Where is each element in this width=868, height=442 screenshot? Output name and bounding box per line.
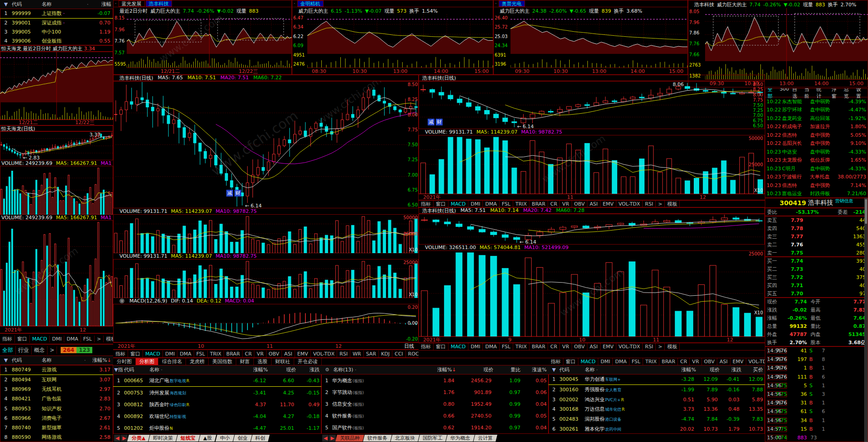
tab-languangfazhan[interactable]: 蓝光发展 [119, 0, 145, 7]
tick-row[interactable]: 14:56 7.76 31 B 1 [765, 399, 868, 407]
index-row[interactable]: 3 399005 中小100 1.19 [0, 28, 113, 37]
scroll-right-icon[interactable]: ▶ [121, 435, 127, 442]
indicator-button[interactable]: BRAR [529, 201, 548, 207]
footer-tab[interactable]: 创业 [233, 435, 252, 442]
alert-row[interactable]: 10:23 宁波银行 大单托盘 38.00/2773 [765, 173, 868, 182]
concept-row[interactable]: 3 信息安全(板指) 0.80 1952.49 0.99 0.04 [321, 398, 548, 410]
dot-icon[interactable]: · [495, 0, 497, 6]
indicator-button[interactable]: FSL [194, 351, 208, 357]
indicator-button[interactable]: DMA [613, 358, 630, 365]
indicator-button[interactable]: CR [243, 351, 254, 357]
footer-tab[interactable]: 即时决策 [149, 435, 178, 442]
stock-row[interactable]: 3 000812 陕西金叶绿色印刷R 4.37 11.70 0.49 [113, 399, 321, 410]
indicator-button[interactable]: > [95, 336, 104, 342]
indicator-button[interactable]: EMV [601, 343, 616, 350]
indicator-button[interactable]: ASI [587, 343, 601, 350]
indicator-button[interactable]: FSL [630, 358, 643, 365]
stock-name[interactable]: 浩丰科技 [808, 199, 833, 207]
tick-row[interactable]: 14:57 7.75 15 B 1 [765, 425, 868, 433]
sector-row[interactable]: 1 880749 云游戏 3.17 [0, 365, 113, 375]
minute-chart[interactable] [307, 14, 493, 67]
indicator-button[interactable]: FSL [500, 201, 513, 207]
indicator-button[interactable]: 窗口 [128, 350, 143, 358]
stock-row[interactable]: 2 000753 漳州发展海西规划 -3.41 4.25 -0.15 [113, 387, 321, 399]
indicator-button[interactable]: WR [350, 351, 364, 357]
indicator-button[interactable]: DMA [64, 336, 81, 342]
indicator-button[interactable]: VOL-TDX [311, 351, 338, 357]
sector-row[interactable]: 7 880740 新型烟草 2.61 [0, 423, 113, 432]
index-row[interactable]: 4 399006 创业板指 0.55 [0, 36, 113, 45]
sector-row[interactable]: 2 880494 互联网 3.07 [0, 375, 113, 384]
tick-row[interactable]: 14:56 7.75 36 S 3 [765, 390, 868, 399]
indicator-button[interactable]: DMI [468, 343, 483, 350]
footer-tab[interactable]: 软件服务 [363, 435, 392, 442]
index-row[interactable]: 2 399001 深证成指 · 0.70 [0, 19, 113, 28]
collapse-icon[interactable]: v [119, 298, 124, 303]
tick-row[interactable]: 14:56 7.76 1 B 1 [765, 364, 868, 372]
main-vol2-chart[interactable] [113, 259, 419, 298]
alert-row[interactable]: 10:23 中达安 盘中弱势 -4.33% [765, 148, 868, 156]
scroll-right-icon[interactable]: ▶ [329, 435, 335, 442]
footer-tab[interactable]: 关联品种 [335, 435, 364, 442]
indicator-button[interactable]: 指标 [548, 358, 563, 365]
indicator-button[interactable]: OBV [572, 343, 587, 350]
indicator-button[interactable]: CR [678, 358, 690, 365]
alert-row[interactable]: 10:22 积成电子 加速拉升 1.80% [765, 123, 868, 131]
indicator-button[interactable]: SAR [364, 351, 379, 357]
view-tab[interactable]: 选股 [254, 358, 272, 365]
indicator-button[interactable]: CCI [392, 351, 406, 357]
concept-row[interactable]: 4 软件服务(板指) 0.66 2740.50 0.99 0.05 [321, 410, 548, 422]
indicator-button[interactable]: DMI [50, 336, 64, 342]
main-vol1-chart[interactable] [113, 214, 419, 253]
stock-row[interactable]: 1 300045 华力创通车联网+ -3.28 12.09 -0.41 12.0… [548, 375, 765, 385]
indicator-button[interactable]: VR [560, 343, 572, 350]
period-label[interactable]: 日线 [400, 343, 419, 350]
sort-arrow-icon[interactable]: ▼ [0, 357, 12, 363]
footer-tab[interactable]: 华为概念 [446, 435, 475, 442]
view-tab[interactable]: 财富 [236, 358, 254, 365]
indicator-button[interactable]: DMI [598, 358, 613, 365]
indicator-button[interactable]: OBV [267, 351, 282, 357]
sell-level[interactable]: 卖一 7.75 280 [765, 249, 868, 257]
stock-row[interactable]: 5 002483 润邦股份港口设备 -4.74 7.84 -0.39 7.83 [548, 414, 765, 424]
left-vol2-chart[interactable]: www.cfchi.com [0, 220, 113, 326]
indicator-button[interactable]: OBV [572, 201, 587, 207]
indicator-button[interactable]: ROC [406, 351, 419, 357]
main-chart-title[interactable]: 浩丰科技(日线) [119, 75, 153, 81]
left-minute-chart[interactable] [0, 52, 113, 120]
indicator-button[interactable]: BRAR [224, 351, 243, 357]
indicator-button[interactable]: VOL-TDX [616, 343, 643, 350]
alert-row[interactable]: 10:22 盘龙药业 高位回落 -1.92% [765, 114, 868, 123]
concept-row[interactable]: 5 国产软件(板指) 0.62 1914.20 0.97 0.04 [321, 422, 548, 434]
buy-level[interactable]: 买三 7.72 375 [765, 273, 868, 281]
concept-row[interactable]: 2 字节跳动(板指) 1.76 901.89 0.97 0.06 [321, 386, 548, 398]
indicator-button[interactable]: 指标 [113, 350, 128, 358]
indicator-button[interactable]: 模板 [665, 343, 680, 351]
indicator-button[interactable]: 窗口 [15, 335, 30, 343]
sector-row[interactable]: 5 880953 知识产权 2.70 [0, 404, 113, 413]
tick-row[interactable]: 14:56 7.76 111 B 6 [765, 373, 868, 381]
indicator-button[interactable]: TRIX [513, 201, 529, 207]
gear-icon[interactable]: ⚙ [321, 367, 333, 373]
view-tab[interactable]: 分时图 [113, 358, 136, 365]
indicator-button[interactable]: DMI [468, 201, 483, 207]
alert-row[interactable]: 10:22 苏宁环球 盘中弱势 -4.47% [765, 106, 868, 115]
indicator-button[interactable]: VR [560, 201, 572, 207]
stock-row[interactable]: 4 000892 欢瑞世纪转型影视 -4.04 4.27 -0.18 [113, 410, 321, 422]
right-chart2-kline[interactable]: ← 6.14 [419, 214, 765, 245]
indicator-button[interactable]: 模板 [104, 335, 113, 343]
sell-level[interactable]: 卖四 7.78 540 [765, 224, 868, 232]
stock-row[interactable]: 1 000665 湖北广电数字电视R -6.12 6.60 -0.43 [113, 375, 321, 387]
sort-arrow-icon[interactable]: ▼ [548, 367, 559, 373]
tick-row[interactable]: 14:56 7.76 197 B 8 [765, 355, 868, 364]
indicator-button[interactable]: EMV [730, 358, 746, 365]
indicator-button[interactable]: ASI [587, 201, 601, 207]
right-chart1-vol[interactable]: www.cfchi.com [419, 135, 765, 194]
right-chart1-kline[interactable]: 减 财 8.06← 6.14 [419, 81, 765, 129]
sort-arrow-icon[interactable]: ▼ [0, 1, 12, 7]
left-minute-stock[interactable]: 恒天海龙 [1, 46, 21, 52]
sell-level[interactable]: 卖二 7.76 455 [765, 240, 868, 249]
minute-chart[interactable] [510, 14, 688, 67]
footer-tab[interactable]: 科创 [251, 435, 270, 442]
col-code[interactable]: 代码 [12, 1, 42, 8]
